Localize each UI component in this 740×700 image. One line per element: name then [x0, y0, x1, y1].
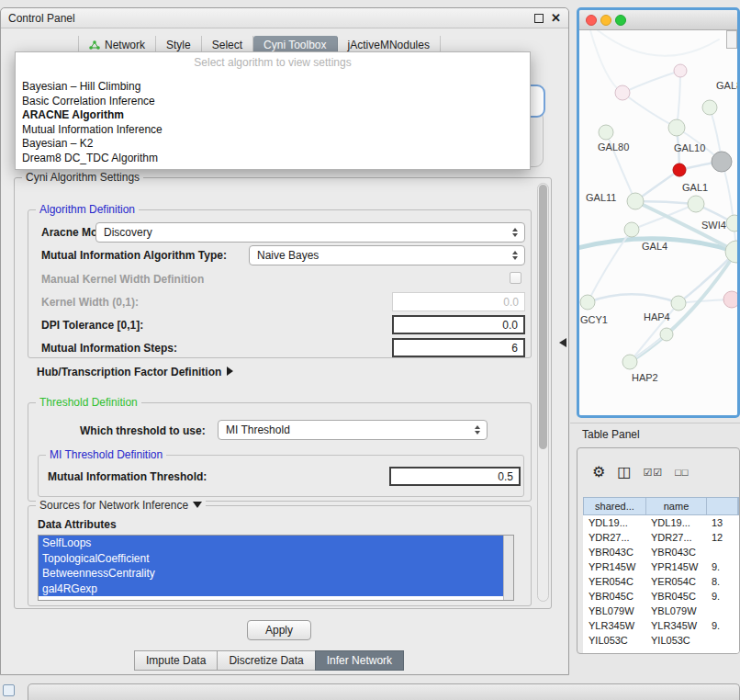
column-selector-icon[interactable]: ◫	[617, 465, 631, 480]
network-node-label: GAL4	[642, 241, 667, 252]
network-node[interactable]	[580, 295, 595, 310]
network-node[interactable]	[599, 125, 613, 140]
expand-right-icon[interactable]	[227, 367, 233, 376]
mi-threshold-definition-group: MI Threshold Definition Mutual Informati…	[38, 455, 524, 497]
table-column-header[interactable]: shared...	[584, 498, 646, 514]
minimized-window-icon[interactable]	[3, 684, 15, 696]
network-node[interactable]	[726, 215, 737, 231]
apply-button[interactable]: Apply	[247, 620, 311, 640]
sources-group-toggle[interactable]: Sources for Network Inference	[36, 499, 206, 512]
tab-label: Select	[212, 39, 242, 51]
hub-section-toggle[interactable]: Hub/Transcription Factor Definition	[37, 366, 233, 378]
background-window-titlebar[interactable]	[28, 683, 740, 700]
table-column-header[interactable]: name	[646, 498, 707, 514]
cyni-algorithm-settings-group: Cyni Algorithm Settings Algorithm Defini…	[14, 177, 552, 609]
which-threshold-select[interactable]: MI Threshold	[218, 420, 488, 440]
algorithm-definition-group: Algorithm Definition Aracne Mode: Discov…	[28, 209, 532, 358]
collapse-down-icon[interactable]	[193, 502, 202, 508]
algorithm-dropdown-list: Select algorithm to view settings Bayesi…	[15, 51, 531, 170]
data-attributes-list: SelfLoopsTopologicalCoefficientBetweenne…	[39, 536, 503, 600]
network-node[interactable]	[674, 64, 687, 77]
network-edge	[722, 162, 736, 252]
algorithm-option[interactable]: Bayesian – K2	[16, 137, 530, 152]
network-node[interactable]	[615, 85, 630, 100]
settings-scrollbar[interactable]	[537, 183, 549, 602]
table-row[interactable]: YDR27...YDR27...12	[583, 530, 739, 545]
table-row[interactable]: YIL053CYIL053C	[583, 633, 739, 648]
algorithm-option[interactable]: Basic Correlation Inference	[16, 95, 530, 109]
sources-group: Sources for Network Inference Data Attri…	[28, 505, 532, 606]
minimize-traffic-light-icon[interactable]	[600, 15, 611, 26]
algorithm-option[interactable]: ARACNE Algorithm	[16, 108, 530, 123]
network-node[interactable]	[668, 119, 685, 136]
network-node-label: GAL80	[598, 141, 629, 152]
table-row[interactable]: YLR345WYLR345W9.	[583, 618, 739, 633]
table-row[interactable]: YPR145WYPR145W9.	[583, 559, 739, 574]
network-node[interactable]	[712, 152, 732, 172]
kernel-width-value: 0.0	[503, 296, 519, 309]
algorithm-option-list: Bayesian – Hill ClimbingBasic Correlatio…	[16, 80, 530, 165]
network-node[interactable]	[627, 193, 644, 209]
deselect-all-boxes-icon[interactable]: □□	[675, 468, 689, 478]
mi-algorithm-type-select[interactable]: Naive Bayes	[249, 245, 525, 265]
data-attribute-item[interactable]: gal4RGexp	[39, 581, 503, 597]
algorithm-option[interactable]: Dream8 DC_TDC Algorithm	[16, 152, 530, 166]
network-node[interactable]	[624, 222, 639, 237]
control-panel-titlebar[interactable]: Control Panel ✕	[1, 8, 568, 28]
attributes-scrollbar[interactable]	[503, 536, 513, 600]
float-window-icon[interactable]	[534, 14, 544, 23]
table-column-header[interactable]	[707, 498, 738, 514]
network-scrollbar-corner[interactable]	[726, 30, 737, 49]
tab-discretize-data[interactable]: Discretize Data	[217, 650, 315, 671]
network-node-label: GAL11	[586, 192, 616, 203]
mi-threshold-input[interactable]: 0.5	[389, 467, 521, 486]
network-node[interactable]	[660, 328, 673, 341]
network-node-label: GAL10	[674, 142, 705, 153]
settings-gear-icon[interactable]: ⚙	[592, 465, 605, 480]
kernel-width-input[interactable]: 0.0	[392, 292, 525, 311]
table-cell: YLR345W	[645, 620, 706, 631]
aracne-mode-select[interactable]: Discovery	[95, 222, 525, 243]
table-row[interactable]: YBR045CYBR045C9.	[583, 589, 739, 604]
zoom-traffic-light-icon[interactable]	[615, 15, 626, 26]
table-row[interactable]: YBR043CYBR043C	[583, 545, 739, 559]
network-canvas[interactable]: GAL8GAL80GAL10GAL1GAL11SWI4GAL4GCY1HAP4H…	[579, 30, 737, 415]
close-traffic-light-icon[interactable]	[586, 15, 597, 26]
apply-button-label: Apply	[265, 624, 293, 637]
table-cell: YBR043C	[645, 547, 706, 558]
network-window-titlebar[interactable]	[579, 10, 737, 30]
dpi-tolerance-input[interactable]: 0.0	[392, 315, 525, 334]
table-row[interactable]: YDL19...YDL19...13	[583, 515, 739, 530]
network-edge	[588, 294, 678, 303]
network-node[interactable]	[673, 164, 686, 176]
splitpane-collapse-arrow-icon[interactable]	[559, 338, 566, 347]
network-node[interactable]	[671, 296, 686, 310]
table-cell: YPR145W	[645, 561, 706, 572]
close-icon[interactable]: ✕	[551, 11, 561, 25]
mi-steps-input[interactable]: 6	[392, 338, 525, 357]
tab-label: Discretize Data	[229, 654, 303, 667]
data-attribute-item[interactable]: TopologicalCoefficient	[39, 551, 503, 567]
network-node[interactable]	[688, 196, 704, 212]
mi-algorithm-type-value: Naive Bayes	[257, 249, 319, 262]
table-panel-window: ⚙◫☑☑□□ shared...name YDL19...YDL19...13Y…	[577, 447, 740, 654]
data-attributes-listbox[interactable]: SelfLoopsTopologicalCoefficientBetweenne…	[38, 535, 514, 601]
algorithm-option[interactable]: Mutual Information Inference	[16, 123, 530, 138]
network-node[interactable]	[622, 355, 637, 369]
tab-impute-data[interactable]: Impute Data	[134, 650, 218, 671]
table-row[interactable]: YBL079WYBL079W	[583, 604, 739, 618]
threshold-definition-group: Threshold Definition Which threshold to …	[28, 402, 532, 502]
data-attribute-item[interactable]: SelfLoops	[39, 536, 503, 551]
table-cell: YBR043C	[583, 547, 645, 558]
settings-scrollbar-thumb[interactable]	[539, 185, 547, 449]
tab-infer-network[interactable]: Infer Network	[315, 650, 404, 671]
table-cell: 12	[706, 532, 739, 543]
data-attribute-item[interactable]: BetweennessCentrality	[39, 566, 503, 581]
manual-kernel-width-checkbox[interactable]	[510, 272, 521, 284]
select-all-checks-icon[interactable]: ☑☑	[643, 468, 663, 478]
table-row[interactable]: YER054CYER054C8.	[583, 574, 739, 589]
network-node[interactable]	[702, 100, 717, 115]
table-cell: 9.	[706, 620, 739, 631]
network-node[interactable]	[723, 291, 737, 308]
algorithm-option[interactable]: Bayesian – Hill Climbing	[16, 80, 530, 95]
